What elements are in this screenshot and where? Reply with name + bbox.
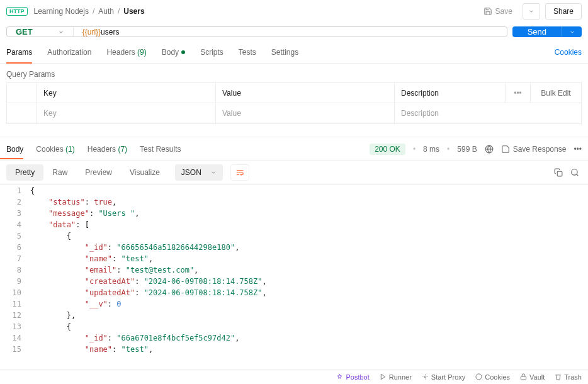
footer-postbot[interactable]: Postbot xyxy=(336,373,369,381)
footer-trash[interactable]: Trash xyxy=(555,373,582,381)
chevron-down-icon xyxy=(569,29,575,35)
tab-settings[interactable]: Settings xyxy=(271,48,298,63)
svg-line-6 xyxy=(577,174,579,176)
tab-scripts[interactable]: Scripts xyxy=(200,48,223,63)
col-more[interactable]: ••• xyxy=(506,83,531,103)
more-icon[interactable]: ••• xyxy=(574,145,582,154)
col-description: Description xyxy=(395,83,506,103)
save-response-button[interactable]: Save Response xyxy=(501,145,567,154)
method-value: GET xyxy=(16,27,33,37)
breadcrumb-folder[interactable]: Auth xyxy=(98,7,114,16)
globe-icon[interactable] xyxy=(485,145,494,154)
svg-point-5 xyxy=(572,169,577,175)
breadcrumb: Learning Nodejs / Auth / Users xyxy=(34,7,478,16)
search-button[interactable] xyxy=(568,166,582,179)
method-select[interactable]: GET xyxy=(7,27,74,37)
save-icon xyxy=(483,7,492,16)
url-variable: {{url}} xyxy=(82,28,101,37)
copy-button[interactable] xyxy=(551,166,565,179)
resp-tab-tests[interactable]: Test Results xyxy=(140,145,181,154)
response-time: 8 ms xyxy=(423,145,439,154)
view-visualize[interactable]: Visualize xyxy=(121,164,169,181)
value-input[interactable]: Value xyxy=(216,103,395,123)
tab-headers[interactable]: Headers (9) xyxy=(106,48,146,63)
svg-point-9 xyxy=(476,374,482,380)
svg-marker-7 xyxy=(381,374,385,379)
svg-rect-10 xyxy=(521,376,526,380)
col-key: Key xyxy=(37,83,216,103)
resp-tab-cookies[interactable]: Cookies (1) xyxy=(36,145,74,154)
save-icon xyxy=(501,145,510,154)
tab-tests[interactable]: Tests xyxy=(239,48,256,63)
chevron-down-icon xyxy=(528,8,534,14)
bulk-edit-button[interactable]: Bulk Edit xyxy=(531,83,581,103)
svg-point-8 xyxy=(424,376,426,378)
query-params-table: Key Value Description ••• Bulk Edit Key … xyxy=(6,82,582,124)
svg-rect-4 xyxy=(557,171,562,176)
view-preview[interactable]: Preview xyxy=(76,164,121,181)
save-label: Save xyxy=(495,7,512,16)
chevron-down-icon xyxy=(58,29,64,35)
footer-vault[interactable]: Vault xyxy=(520,373,545,381)
http-icon: HTTP xyxy=(6,7,28,16)
response-body[interactable]: 123456789101112131415 { "status": true, … xyxy=(0,184,588,354)
footer-proxy[interactable]: Start Proxy xyxy=(422,373,465,381)
wrap-lines-button[interactable] xyxy=(230,164,249,181)
breadcrumb-root[interactable]: Learning Nodejs xyxy=(34,7,89,16)
resp-tab-headers[interactable]: Headers (7) xyxy=(88,145,127,154)
url-text: users xyxy=(101,28,119,37)
save-button[interactable]: Save xyxy=(478,4,517,18)
send-dropdown[interactable] xyxy=(562,26,582,37)
wrap-icon xyxy=(235,168,244,177)
query-params-title: Query Params xyxy=(0,64,588,82)
format-select[interactable]: JSON xyxy=(175,164,223,181)
cookies-link[interactable]: Cookies xyxy=(555,48,582,57)
footer-cookies[interactable]: Cookies xyxy=(475,373,510,381)
save-dropdown[interactable] xyxy=(523,3,540,20)
description-input[interactable]: Description xyxy=(395,103,506,123)
breadcrumb-current[interactable]: Users xyxy=(123,7,144,16)
tab-authorization[interactable]: Authorization xyxy=(47,48,91,63)
key-input[interactable]: Key xyxy=(37,103,216,123)
response-size: 599 B xyxy=(457,145,477,154)
status-badge: 200 OK xyxy=(370,144,405,155)
tab-body[interactable]: Body xyxy=(162,48,185,63)
body-modified-dot xyxy=(181,50,185,54)
chevron-down-icon xyxy=(210,169,217,176)
send-button[interactable]: Send xyxy=(512,26,562,37)
col-value: Value xyxy=(216,83,395,103)
resp-tab-body[interactable]: Body xyxy=(6,145,23,154)
tab-params[interactable]: Params xyxy=(6,48,32,63)
footer-runner[interactable]: Runner xyxy=(380,373,412,381)
view-raw[interactable]: Raw xyxy=(43,164,76,181)
url-input[interactable]: {{url}} users xyxy=(74,27,507,37)
share-button[interactable]: Share xyxy=(545,3,582,20)
view-pretty[interactable]: Pretty xyxy=(6,164,43,181)
